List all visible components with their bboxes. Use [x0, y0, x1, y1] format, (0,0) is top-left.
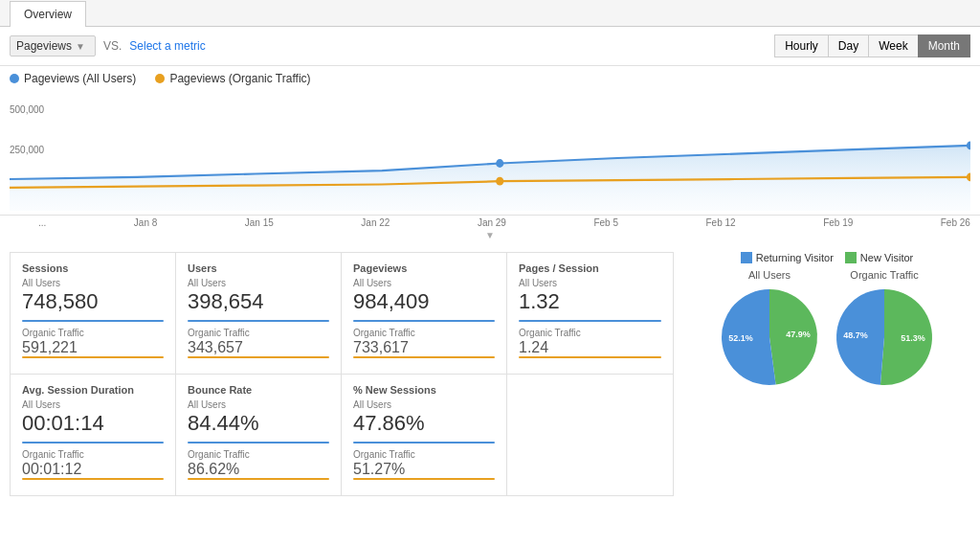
- metric-bar-orange-4: [22, 478, 164, 480]
- metric-organic-label-1: Organic Traffic: [188, 328, 329, 338]
- metric-organic-value-1: 343,657: [188, 339, 329, 356]
- legend-label-all-users: Pageviews (All Users): [24, 72, 136, 85]
- x-label-2: Jan 15: [245, 217, 274, 228]
- dropdown-arrow-icon: ▼: [76, 41, 85, 52]
- svg-point-3: [496, 177, 503, 186]
- metric-all-value-0: 748,580: [22, 289, 164, 314]
- metric-all-value-3: 1.32: [519, 289, 661, 314]
- main-content: Sessions All Users 748,580 Organic Traff…: [0, 242, 980, 506]
- y-label-500k: 500,000: [10, 104, 44, 115]
- btn-day[interactable]: Day: [828, 34, 868, 57]
- vs-label: VS.: [103, 39, 122, 53]
- metric-organic-label-3: Organic Traffic: [519, 328, 661, 338]
- metric-organic-value-2: 733,617: [353, 339, 495, 356]
- metric-bar-blue-2: [353, 320, 495, 322]
- pie-returning-label-0: 52.1%: [728, 333, 753, 343]
- chart-legend: Pageviews (All Users) Pageviews (Organic…: [0, 66, 980, 91]
- svg-point-1: [496, 159, 503, 168]
- metric-card-0: Sessions All Users 748,580 Organic Traff…: [11, 253, 176, 375]
- metric-all-label-5: All Users: [188, 399, 329, 410]
- y-label-250k: 250,000: [10, 145, 44, 155]
- pie-legend-box-returning: [741, 252, 752, 263]
- chart-area: 500,000 250,000: [0, 91, 980, 216]
- metric-all-label-1: All Users: [188, 278, 329, 288]
- metric-bar-orange-5: [188, 478, 329, 480]
- metric-organic-value-5: 86.62%: [188, 461, 329, 478]
- metric-bar-orange-6: [353, 478, 495, 480]
- pie-svg-1: 51.3% 48.7%: [832, 284, 937, 390]
- metric-all-label-3: All Users: [519, 278, 661, 288]
- metric-bar-orange-1: [188, 356, 329, 358]
- metric-title-1: Users: [188, 262, 329, 274]
- x-label-6: Feb 12: [705, 217, 735, 228]
- tab-overview[interactable]: Overview: [10, 1, 86, 27]
- legend-dot-blue: [10, 74, 19, 83]
- tab-bar: Overview: [0, 0, 980, 27]
- metric-all-label-2: All Users: [353, 278, 495, 288]
- metric-card-2: Pageviews All Users 984,409 Organic Traf…: [342, 253, 507, 375]
- pie-title-0: All Users: [717, 269, 822, 281]
- metric-organic-label-5: Organic Traffic: [188, 449, 329, 460]
- pie-legend-new: New Visitor: [845, 252, 913, 263]
- metric-dropdown[interactable]: Pageviews ▼: [10, 35, 96, 57]
- metric-all-value-5: 84.44%: [188, 411, 329, 436]
- metric-title-2: Pageviews: [353, 262, 495, 274]
- x-label-0: ...: [38, 217, 46, 228]
- x-label-3: Jan 22: [361, 217, 390, 228]
- x-label-8: Feb 26: [941, 217, 970, 228]
- metric-title-4: Avg. Session Duration: [22, 384, 164, 396]
- x-axis: ... Jan 8 Jan 15 Jan 22 Jan 29 Feb 5 Feb…: [0, 216, 980, 228]
- metric-all-label-6: All Users: [353, 399, 495, 410]
- metric-card-5: Bounce Rate All Users 84.44% Organic Tra…: [176, 375, 342, 495]
- btn-week[interactable]: Week: [868, 34, 917, 57]
- legend-dot-orange: [155, 74, 165, 83]
- metric-organic-label-0: Organic Traffic: [22, 328, 164, 338]
- metric-title-6: % New Sessions: [353, 384, 495, 396]
- pie-legend-box-new: [845, 252, 857, 263]
- pie-new-label-0: 47.9%: [786, 330, 811, 339]
- metric-bar-blue-6: [353, 442, 495, 444]
- metric-organic-label-2: Organic Traffic: [353, 328, 495, 338]
- metric-all-label-4: All Users: [22, 399, 164, 410]
- metrics-grid: Sessions All Users 748,580 Organic Traff…: [10, 252, 674, 496]
- metric-all-value-6: 47.86%: [353, 411, 495, 436]
- metric-bar-blue-5: [188, 442, 329, 444]
- btn-hourly[interactable]: Hourly: [774, 34, 828, 57]
- legend-item-all-users: Pageviews (All Users): [10, 72, 136, 85]
- select-metric-link[interactable]: Select a metric: [129, 39, 205, 53]
- pie-returning-label-1: 48.7%: [843, 330, 868, 340]
- metric-bar-blue-0: [22, 320, 164, 322]
- legend-item-organic: Pageviews (Organic Traffic): [155, 72, 310, 85]
- metric-bar-blue-4: [22, 442, 164, 444]
- metric-organic-label-6: Organic Traffic: [353, 449, 495, 460]
- pie-legend: Returning Visitor New Visitor: [683, 252, 970, 263]
- x-label-5: Feb 5: [593, 217, 618, 228]
- metric-bar-blue-3: [519, 320, 661, 322]
- metric-all-label-0: All Users: [22, 278, 164, 288]
- metric-bar-orange-2: [353, 356, 495, 358]
- x-label-1: Jan 8: [134, 217, 157, 228]
- pie-legend-label-new: New Visitor: [860, 252, 913, 263]
- metric-all-value-4: 00:01:14: [22, 411, 164, 436]
- metric-bar-orange-0: [22, 356, 164, 358]
- scroll-arrow-icon[interactable]: ▼: [0, 228, 980, 242]
- metric-all-value-1: 398,654: [188, 289, 329, 314]
- pie-legend-returning: Returning Visitor: [741, 252, 834, 263]
- metric-organic-value-0: 591,221: [22, 339, 164, 356]
- metric-card-4: Avg. Session Duration All Users 00:01:14…: [11, 375, 176, 495]
- time-buttons: Hourly Day Week Month: [774, 34, 970, 57]
- metric-bar-blue-1: [188, 320, 329, 322]
- metric-organic-label-4: Organic Traffic: [22, 449, 164, 460]
- metric-card-6: % New Sessions All Users 47.86% Organic …: [342, 375, 507, 495]
- toolbar: Pageviews ▼ VS. Select a metric Hourly D…: [0, 27, 980, 66]
- pie-chart-section: Returning Visitor New Visitor All Users …: [683, 252, 970, 496]
- x-label-4: Jan 29: [478, 217, 506, 228]
- pie-title-1: Organic Traffic: [832, 269, 937, 281]
- metric-card-1: Users All Users 398,654 Organic Traffic …: [176, 253, 342, 375]
- x-label-7: Feb 19: [823, 217, 853, 228]
- btn-month[interactable]: Month: [918, 34, 970, 57]
- metric-title-3: Pages / Session: [519, 262, 661, 274]
- pie-chart-1: Organic Traffic 51.3% 48.7%: [832, 269, 937, 393]
- legend-label-organic: Pageviews (Organic Traffic): [169, 72, 310, 85]
- metric-title-0: Sessions: [22, 262, 164, 274]
